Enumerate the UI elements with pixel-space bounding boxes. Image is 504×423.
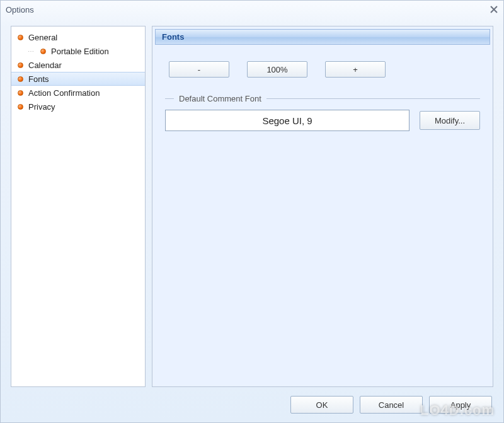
fieldset-legend: Default Comment Font xyxy=(179,94,261,103)
sidebar-item-calendar[interactable]: Calendar xyxy=(11,58,145,72)
apply-button[interactable]: Apply xyxy=(429,396,492,414)
fieldset-legend-row: Default Comment Font xyxy=(165,94,480,103)
bullet-icon xyxy=(18,90,23,96)
close-icon[interactable] xyxy=(490,5,498,14)
tree-connector-icon: ⋯ xyxy=(28,48,34,55)
main-panel: Fonts - 100% + Default Comment Font Sego… xyxy=(152,26,493,387)
sidebar-item-action-confirmation[interactable]: Action Confirmation xyxy=(11,86,145,100)
panel-header: Fonts xyxy=(155,29,490,45)
bullet-icon xyxy=(40,49,46,54)
sidebar-item-general[interactable]: General xyxy=(11,30,145,44)
sidebar-item-label: Action Confirmation xyxy=(28,88,100,98)
zoom-controls: - 100% + xyxy=(154,46,491,90)
sidebar-item-label: Calendar xyxy=(28,61,62,70)
sidebar-item-portable-edition[interactable]: ⋯Portable Edition xyxy=(11,44,145,58)
font-display: Segoe UI, 9 xyxy=(165,110,410,131)
bullet-icon xyxy=(18,35,23,40)
bullet-icon xyxy=(18,62,23,68)
sidebar-item-label: Privacy xyxy=(28,102,55,112)
sidebar: General⋯Portable EditionCalendarFontsAct… xyxy=(11,26,146,387)
body-area: General⋯Portable EditionCalendarFontsAct… xyxy=(11,26,493,387)
sidebar-item-fonts[interactable]: Fonts xyxy=(11,72,145,86)
ok-button[interactable]: OK xyxy=(290,396,353,414)
sidebar-item-label: General xyxy=(28,33,57,42)
zoom-in-button[interactable]: + xyxy=(325,61,386,78)
sidebar-item-label: Portable Edition xyxy=(51,47,109,56)
rule-line xyxy=(266,98,480,99)
dialog-footer: OK Cancel Apply xyxy=(290,396,492,414)
zoom-out-button[interactable]: - xyxy=(169,61,229,78)
default-comment-font-group: Default Comment Font Segoe UI, 9 Modify.… xyxy=(165,94,480,134)
bullet-icon xyxy=(18,76,23,82)
window-title: Options xyxy=(6,5,490,14)
bullet-icon xyxy=(18,104,23,110)
titlebar: Options xyxy=(1,1,503,18)
modify-button[interactable]: Modify... xyxy=(420,111,480,130)
fieldset-body: Segoe UI, 9 Modify... xyxy=(165,103,480,134)
rule-line xyxy=(165,98,174,99)
sidebar-item-label: Fonts xyxy=(28,74,49,84)
sidebar-item-privacy[interactable]: Privacy xyxy=(11,100,145,113)
zoom-value-button[interactable]: 100% xyxy=(247,61,307,78)
cancel-button[interactable]: Cancel xyxy=(360,396,423,414)
options-window: Options General⋯Portable EditionCalendar… xyxy=(0,0,504,423)
